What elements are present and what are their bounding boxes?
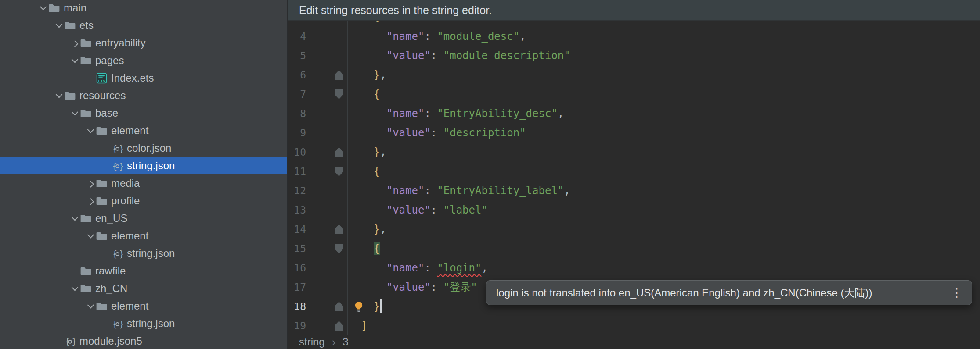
code-token: "name"	[386, 185, 425, 197]
tree-item-profile[interactable]: profile	[0, 192, 287, 210]
breadcrumb-item-index[interactable]: 3	[342, 336, 348, 348]
code-token: "name"	[386, 107, 425, 120]
code-token	[348, 50, 386, 62]
code-line[interactable]: },	[348, 65, 386, 85]
code-line[interactable]: "value": "description"	[348, 123, 526, 142]
tree-item-base[interactable]: base	[0, 104, 287, 122]
code-line[interactable]: },	[348, 142, 386, 162]
fold-marker-icon[interactable]	[335, 70, 343, 80]
tree-item-element[interactable]: element	[0, 227, 287, 245]
code-line[interactable]: "name": "module_desc",	[348, 27, 526, 46]
project-tree: mainetsentryabilitypagesETSIndex.etsreso…	[0, 0, 288, 349]
tree-item-color-json[interactable]: {}color.json	[0, 139, 287, 157]
code-line[interactable]: "value": "module description"	[348, 46, 570, 65]
tree-item-entryability[interactable]: entryability	[0, 34, 287, 52]
fold-marker-icon[interactable]	[335, 89, 343, 99]
chevron-right-icon[interactable]	[85, 174, 96, 192]
breadcrumb-item-string[interactable]: string	[299, 336, 325, 348]
tree-item-element[interactable]: element	[0, 122, 287, 139]
tree-item-en-us[interactable]: en_US	[0, 210, 287, 227]
tree-item-media[interactable]: media	[0, 174, 287, 192]
tree-item-label: module.json5	[79, 335, 142, 347]
chevron-down-icon[interactable]	[85, 122, 96, 139]
code-token	[348, 320, 361, 332]
code-line[interactable]: "name": "EntryAbility_desc",	[348, 104, 564, 123]
code-token	[348, 69, 374, 81]
fold-marker-icon[interactable]	[335, 147, 343, 157]
fold-marker-icon[interactable]	[335, 167, 343, 176]
code-line-row: 10 },	[288, 142, 980, 162]
chevron-down-icon[interactable]	[85, 297, 96, 315]
tree-item-string-json[interactable]: {}string.json	[0, 245, 287, 262]
tree-item-string-json[interactable]: {}string.json	[0, 157, 287, 174]
tree-item-label: element	[111, 300, 148, 312]
tree-item-zh-cn[interactable]: zh_CN	[0, 280, 287, 297]
tree-item-label: element	[111, 125, 148, 137]
chevron-down-icon[interactable]	[69, 210, 80, 227]
folder-icon	[80, 213, 91, 224]
tree-item-label: zh_CN	[95, 282, 127, 295]
fold-marker-icon[interactable]	[335, 224, 343, 234]
chevron-down-icon[interactable]	[85, 227, 96, 245]
tree-item-index-ets[interactable]: ETSIndex.ets	[0, 69, 287, 87]
code-line[interactable]: {	[348, 85, 380, 104]
line-number: 11	[288, 162, 306, 181]
tree-item-main[interactable]: main	[0, 0, 287, 17]
tree-item-label: media	[111, 177, 140, 189]
code-line[interactable]: {	[348, 239, 380, 258]
folder-icon	[80, 266, 91, 277]
code-line[interactable]: }	[348, 297, 382, 316]
tooltip-more-icon[interactable]: ⋮	[951, 287, 963, 299]
code-line[interactable]: "value": "登录"	[348, 278, 477, 297]
chevron-right-icon[interactable]	[85, 192, 96, 210]
tree-item-module-json5[interactable]: {}module.json5	[0, 332, 287, 349]
tree-item-pages[interactable]: pages	[0, 52, 287, 69]
code-token: "description"	[443, 127, 526, 139]
line-number: 18	[288, 297, 306, 316]
chevron-right-icon[interactable]	[69, 34, 80, 52]
code-line[interactable]: ]	[348, 316, 367, 335]
chevron-down-icon[interactable]	[69, 280, 80, 297]
code-line[interactable]: "name": "login",	[348, 258, 488, 278]
code-line-row: 19 ]	[288, 316, 980, 335]
code-token: }	[374, 69, 380, 81]
code-editor[interactable]: 3 {4 "name": "module_desc",5 "value": "m…	[288, 21, 980, 335]
fold-marker-icon[interactable]	[335, 302, 343, 311]
code-line-row: 12 "name": "EntryAbility_label",	[288, 181, 980, 200]
code-token: "label"	[443, 204, 488, 216]
code-token	[348, 262, 386, 274]
tree-item-ets[interactable]: ets	[0, 17, 287, 34]
code-token: "name"	[386, 30, 425, 43]
chevron-down-icon[interactable]	[53, 17, 65, 34]
chevron-down-icon[interactable]	[69, 104, 80, 122]
fold-marker-icon[interactable]	[335, 21, 343, 22]
chevron-slot	[53, 332, 65, 349]
line-number: 19	[288, 316, 306, 335]
code-line[interactable]: "value": "label"	[348, 200, 488, 220]
tree-item-rawfile[interactable]: rawfile	[0, 262, 287, 280]
fold-marker-icon[interactable]	[335, 244, 343, 253]
code-line[interactable]: {	[348, 21, 380, 27]
tree-item-string-json[interactable]: {}string.json	[0, 315, 287, 332]
code-line-row: 14 },	[288, 220, 980, 239]
code-line-row: 8 "name": "EntryAbility_desc",	[288, 104, 980, 123]
tree-item-label: pages	[95, 54, 124, 67]
chevron-down-icon[interactable]	[37, 0, 49, 17]
chevron-down-icon[interactable]	[53, 87, 65, 104]
tree-item-resources[interactable]: resources	[0, 87, 287, 104]
code-line[interactable]: {	[348, 162, 380, 181]
svg-text:{: {	[65, 337, 70, 346]
line-number: 6	[288, 65, 306, 85]
code-token: "EntryAbility_label"	[437, 185, 564, 197]
editor-banner: Edit string resources in the string edit…	[288, 0, 980, 21]
code-line[interactable]: "name": "EntryAbility_label",	[348, 181, 570, 200]
fold-marker-icon[interactable]	[335, 321, 343, 331]
code-token: ,	[519, 30, 526, 43]
code-line[interactable]: },	[348, 220, 386, 239]
line-number: 14	[288, 220, 306, 239]
tree-item-element[interactable]: element	[0, 297, 287, 315]
chevron-down-icon[interactable]	[69, 52, 80, 69]
ets-file-icon: ETS	[96, 73, 107, 84]
code-token	[348, 107, 386, 120]
json-file-icon: {}	[65, 336, 76, 347]
